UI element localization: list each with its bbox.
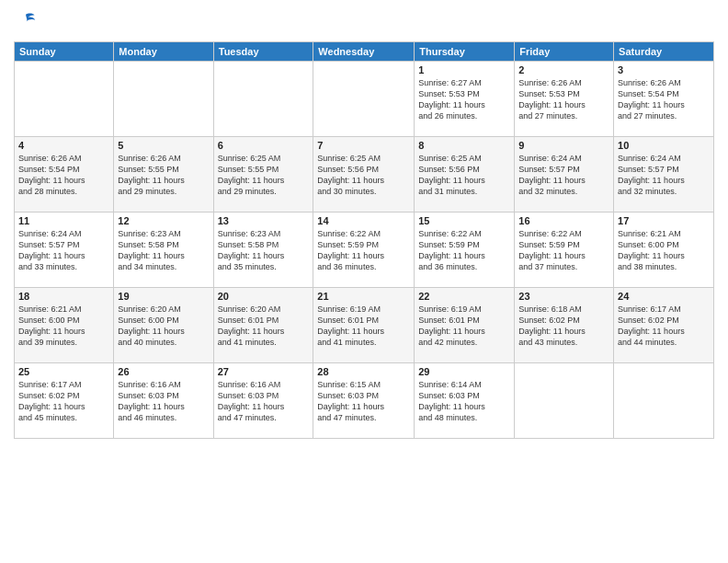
day-info: Sunrise: 6:20 AM Sunset: 6:00 PM Dayligh… — [118, 304, 209, 349]
day-number: 8 — [418, 140, 510, 151]
day-info: Sunrise: 6:26 AM Sunset: 5:55 PM Dayligh… — [118, 153, 209, 198]
col-header-sunday: Sunday — [15, 41, 114, 61]
day-info: Sunrise: 6:24 AM Sunset: 5:57 PM Dayligh… — [18, 228, 109, 273]
calendar-cell — [15, 61, 114, 136]
day-info: Sunrise: 6:26 AM Sunset: 5:54 PM Dayligh… — [18, 153, 109, 198]
day-number: 14 — [317, 215, 410, 226]
day-number: 24 — [618, 291, 710, 302]
calendar-cell: 20Sunrise: 6:20 AM Sunset: 6:01 PM Dayli… — [213, 287, 313, 362]
calendar-cell: 29Sunrise: 6:14 AM Sunset: 6:03 PM Dayli… — [415, 362, 515, 438]
day-number: 21 — [317, 291, 410, 302]
calendar-cell: 2Sunrise: 6:26 AM Sunset: 5:53 PM Daylig… — [515, 61, 614, 136]
day-number: 10 — [618, 140, 710, 151]
day-info: Sunrise: 6:15 AM Sunset: 6:03 PM Dayligh… — [317, 379, 410, 424]
day-number: 17 — [618, 215, 710, 226]
calendar-cell: 24Sunrise: 6:17 AM Sunset: 6:02 PM Dayli… — [614, 287, 714, 362]
col-header-friday: Friday — [515, 41, 614, 61]
col-header-monday: Monday — [114, 41, 213, 61]
calendar-cell: 8Sunrise: 6:25 AM Sunset: 5:56 PM Daylig… — [415, 136, 515, 212]
calendar-cell — [614, 362, 714, 438]
day-info: Sunrise: 6:22 AM Sunset: 5:59 PM Dayligh… — [518, 228, 609, 273]
day-number: 12 — [118, 215, 209, 226]
day-info: Sunrise: 6:17 AM Sunset: 6:02 PM Dayligh… — [618, 304, 710, 349]
day-info: Sunrise: 6:22 AM Sunset: 5:59 PM Dayligh… — [418, 228, 510, 273]
day-info: Sunrise: 6:21 AM Sunset: 6:00 PM Dayligh… — [618, 228, 710, 273]
day-info: Sunrise: 6:21 AM Sunset: 6:00 PM Dayligh… — [18, 304, 109, 349]
calendar-cell: 16Sunrise: 6:22 AM Sunset: 5:59 PM Dayli… — [515, 212, 614, 287]
day-info: Sunrise: 6:26 AM Sunset: 5:54 PM Dayligh… — [618, 77, 710, 122]
calendar-cell: 25Sunrise: 6:17 AM Sunset: 6:02 PM Dayli… — [15, 362, 114, 438]
logo-bird-icon — [16, 9, 36, 29]
day-info: Sunrise: 6:24 AM Sunset: 5:57 PM Dayligh… — [618, 153, 710, 198]
day-number: 27 — [218, 366, 310, 377]
calendar-cell: 5Sunrise: 6:26 AM Sunset: 5:55 PM Daylig… — [114, 136, 213, 212]
calendar-cell: 17Sunrise: 6:21 AM Sunset: 6:00 PM Dayli… — [614, 212, 714, 287]
day-info: Sunrise: 6:18 AM Sunset: 6:02 PM Dayligh… — [518, 304, 609, 349]
day-number: 7 — [317, 140, 410, 151]
calendar-cell: 19Sunrise: 6:20 AM Sunset: 6:00 PM Dayli… — [114, 287, 213, 362]
calendar-cell — [515, 362, 614, 438]
day-info: Sunrise: 6:23 AM Sunset: 5:58 PM Dayligh… — [118, 228, 209, 273]
day-number: 6 — [218, 140, 310, 151]
day-info: Sunrise: 6:23 AM Sunset: 5:58 PM Dayligh… — [218, 228, 310, 273]
calendar-cell: 6Sunrise: 6:25 AM Sunset: 5:55 PM Daylig… — [213, 136, 313, 212]
day-number: 19 — [118, 291, 209, 302]
calendar-cell: 15Sunrise: 6:22 AM Sunset: 5:59 PM Dayli… — [415, 212, 515, 287]
day-number: 20 — [218, 291, 310, 302]
day-number: 15 — [418, 215, 510, 226]
day-number: 9 — [518, 140, 609, 151]
day-info: Sunrise: 6:16 AM Sunset: 6:03 PM Dayligh… — [218, 379, 310, 424]
calendar-cell: 23Sunrise: 6:18 AM Sunset: 6:02 PM Dayli… — [515, 287, 614, 362]
day-number: 4 — [18, 140, 109, 151]
day-info: Sunrise: 6:25 AM Sunset: 5:56 PM Dayligh… — [418, 153, 510, 198]
day-info: Sunrise: 6:24 AM Sunset: 5:57 PM Dayligh… — [518, 153, 609, 198]
calendar-cell: 13Sunrise: 6:23 AM Sunset: 5:58 PM Dayli… — [213, 212, 313, 287]
col-header-thursday: Thursday — [415, 41, 515, 61]
calendar-cell — [114, 61, 213, 136]
calendar-cell: 11Sunrise: 6:24 AM Sunset: 5:57 PM Dayli… — [15, 212, 114, 287]
day-number: 18 — [18, 291, 109, 302]
calendar-cell: 9Sunrise: 6:24 AM Sunset: 5:57 PM Daylig… — [515, 136, 614, 212]
day-number: 29 — [418, 366, 510, 377]
calendar-cell: 1Sunrise: 6:27 AM Sunset: 5:53 PM Daylig… — [415, 61, 515, 136]
calendar-cell: 12Sunrise: 6:23 AM Sunset: 5:58 PM Dayli… — [114, 212, 213, 287]
day-number: 1 — [418, 64, 510, 75]
day-info: Sunrise: 6:25 AM Sunset: 5:56 PM Dayligh… — [317, 153, 410, 198]
calendar-cell — [213, 61, 313, 136]
day-info: Sunrise: 6:19 AM Sunset: 6:01 PM Dayligh… — [418, 304, 510, 349]
day-info: Sunrise: 6:19 AM Sunset: 6:01 PM Dayligh… — [317, 304, 410, 349]
day-number: 22 — [418, 291, 510, 302]
day-number: 28 — [317, 366, 410, 377]
day-info: Sunrise: 6:17 AM Sunset: 6:02 PM Dayligh… — [18, 379, 109, 424]
col-header-wednesday: Wednesday — [313, 41, 415, 61]
calendar-cell: 7Sunrise: 6:25 AM Sunset: 5:56 PM Daylig… — [313, 136, 415, 212]
calendar-cell: 28Sunrise: 6:15 AM Sunset: 6:03 PM Dayli… — [313, 362, 415, 438]
day-number: 23 — [518, 291, 609, 302]
day-number: 25 — [18, 366, 109, 377]
calendar-cell: 3Sunrise: 6:26 AM Sunset: 5:54 PM Daylig… — [614, 61, 714, 136]
day-number: 5 — [118, 140, 209, 151]
day-info: Sunrise: 6:20 AM Sunset: 6:01 PM Dayligh… — [218, 304, 310, 349]
page: SundayMondayTuesdayWednesdayThursdayFrid… — [0, 0, 728, 563]
day-number: 11 — [18, 215, 109, 226]
day-info: Sunrise: 6:14 AM Sunset: 6:03 PM Dayligh… — [418, 379, 510, 424]
calendar-cell: 27Sunrise: 6:16 AM Sunset: 6:03 PM Dayli… — [213, 362, 313, 438]
calendar-cell: 14Sunrise: 6:22 AM Sunset: 5:59 PM Dayli… — [313, 212, 415, 287]
calendar-cell: 4Sunrise: 6:26 AM Sunset: 5:54 PM Daylig… — [15, 136, 114, 212]
col-header-tuesday: Tuesday — [213, 41, 313, 61]
calendar-table: SundayMondayTuesdayWednesdayThursdayFrid… — [14, 41, 714, 439]
day-number: 26 — [118, 366, 209, 377]
day-info: Sunrise: 6:26 AM Sunset: 5:53 PM Dayligh… — [518, 77, 609, 122]
calendar-cell — [313, 61, 415, 136]
day-info: Sunrise: 6:16 AM Sunset: 6:03 PM Dayligh… — [118, 379, 209, 424]
calendar-cell: 18Sunrise: 6:21 AM Sunset: 6:00 PM Dayli… — [15, 287, 114, 362]
day-number: 3 — [618, 64, 710, 75]
day-number: 13 — [218, 215, 310, 226]
calendar-cell: 10Sunrise: 6:24 AM Sunset: 5:57 PM Dayli… — [614, 136, 714, 212]
day-info: Sunrise: 6:22 AM Sunset: 5:59 PM Dayligh… — [317, 228, 410, 273]
col-header-saturday: Saturday — [614, 41, 714, 61]
calendar-cell: 26Sunrise: 6:16 AM Sunset: 6:03 PM Dayli… — [114, 362, 213, 438]
calendar-cell: 22Sunrise: 6:19 AM Sunset: 6:01 PM Dayli… — [415, 287, 515, 362]
day-info: Sunrise: 6:25 AM Sunset: 5:55 PM Dayligh… — [218, 153, 310, 198]
day-number: 2 — [518, 64, 609, 75]
